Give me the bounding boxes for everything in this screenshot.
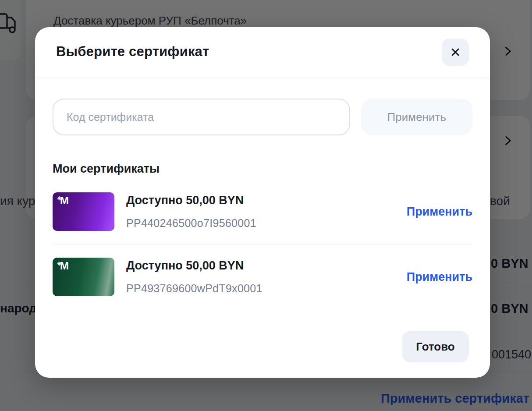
apply-code-button[interactable]: Применить xyxy=(361,99,472,135)
modal-title: Выберите сертификат xyxy=(56,44,209,60)
brand-logo-icon: ✳М xyxy=(57,195,69,206)
certificate-card-image: ✳М xyxy=(53,258,114,296)
apply-certificate-button[interactable]: Применить xyxy=(407,205,472,219)
certificate-code: PP493769600wPdT9x0001 xyxy=(126,282,407,295)
modal-footer: Готово xyxy=(402,331,469,362)
logo-letter: М xyxy=(60,261,69,271)
certificate-balance: Доступно 50,00 BYN xyxy=(126,259,407,273)
apply-certificate-button[interactable]: Применить xyxy=(407,270,472,284)
close-icon: ✕ xyxy=(450,45,461,60)
modal-header: Выберите сертификат ✕ xyxy=(35,27,490,78)
certificate-list: ✳М Доступно 50,00 BYN PP440246500o7I9560… xyxy=(53,179,472,309)
certificate-balance: Доступно 50,00 BYN xyxy=(126,194,407,207)
certificate-code-row: Применить xyxy=(53,99,472,135)
certificate-row: ✳М Доступно 50,00 BYN PP493769600wPdT9x0… xyxy=(53,244,472,309)
certificate-info: Доступно 50,00 BYN PP440246500o7I9560001 xyxy=(126,194,407,230)
done-button[interactable]: Готово xyxy=(402,331,469,362)
logo-letter: М xyxy=(60,195,69,206)
my-certificates-heading: Мои сертификаты xyxy=(53,162,472,176)
certificate-code: PP440246500o7I9560001 xyxy=(126,217,407,230)
certificate-row: ✳М Доступно 50,00 BYN PP440246500o7I9560… xyxy=(53,179,472,244)
select-certificate-modal: Выберите сертификат ✕ Применить Мои серт… xyxy=(35,27,490,378)
certificate-info: Доступно 50,00 BYN PP493769600wPdT9x0001 xyxy=(126,259,407,295)
certificate-code-input[interactable] xyxy=(53,99,350,135)
close-button[interactable]: ✕ xyxy=(442,39,469,66)
brand-logo-icon: ✳М xyxy=(57,261,69,271)
certificate-card-image: ✳М xyxy=(53,192,114,231)
modal-body: Применить Мои сертификаты ✳М Доступно 50… xyxy=(35,78,490,309)
